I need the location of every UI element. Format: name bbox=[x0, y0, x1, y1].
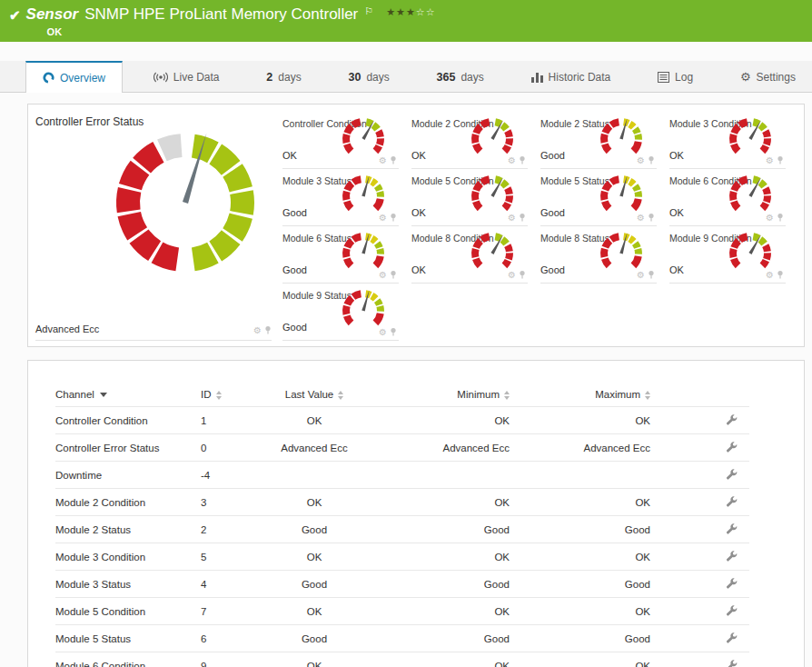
tab-label: Historic Data bbox=[549, 71, 611, 84]
channel-settings-icon[interactable] bbox=[726, 632, 738, 643]
main-gauge-cell: Controller Error Status Advanced Ecc ⚙ bbox=[35, 112, 282, 341]
channel-settings-icon[interactable] bbox=[726, 577, 738, 589]
empty-cell bbox=[669, 284, 786, 341]
pin-icon[interactable] bbox=[390, 155, 397, 164]
gear-icon[interactable]: ⚙ bbox=[508, 214, 516, 222]
star-filled-icon[interactable]: ★ bbox=[386, 6, 396, 17]
cell-minimum: Good bbox=[355, 625, 510, 652]
star-empty-icon[interactable]: ☆ bbox=[416, 6, 426, 17]
channel-settings-icon[interactable] bbox=[726, 413, 738, 425]
gear-icon[interactable]: ⚙ bbox=[379, 156, 387, 164]
row-actions bbox=[713, 571, 749, 598]
pin-icon[interactable] bbox=[519, 213, 526, 222]
pin-icon[interactable] bbox=[648, 213, 655, 222]
gear-icon[interactable]: ⚙ bbox=[637, 214, 645, 222]
channel-settings-icon[interactable] bbox=[726, 495, 738, 507]
gauge-cell-icons: ⚙ bbox=[637, 270, 655, 279]
row-spacer bbox=[650, 543, 713, 571]
tab-number: 2 bbox=[266, 71, 272, 84]
row-actions bbox=[713, 462, 749, 489]
column-header-id[interactable]: ID bbox=[201, 383, 273, 407]
tab-label: Settings bbox=[757, 71, 796, 84]
gear-icon[interactable]: ⚙ bbox=[253, 326, 262, 334]
pin-icon[interactable] bbox=[777, 213, 784, 222]
cell-minimum: OK bbox=[355, 489, 510, 516]
gear-icon[interactable]: ⚙ bbox=[379, 271, 387, 279]
pin-icon[interactable] bbox=[390, 327, 397, 336]
cell-last-value: OK bbox=[273, 598, 355, 625]
gear-icon[interactable]: ⚙ bbox=[508, 271, 516, 279]
tab-live-data[interactable]: Live Data bbox=[137, 61, 236, 92]
flag-icon[interactable]: ⚐ bbox=[364, 5, 373, 17]
row-spacer bbox=[650, 434, 713, 462]
tab-365-days[interactable]: 365days bbox=[421, 61, 500, 92]
gear-icon[interactable]: ⚙ bbox=[379, 328, 387, 336]
cell-maximum: Good bbox=[510, 625, 650, 652]
gear-icon[interactable]: ⚙ bbox=[766, 156, 774, 164]
gear-icon[interactable]: ⚙ bbox=[379, 214, 387, 222]
tab-2-days[interactable]: 2days bbox=[250, 61, 317, 92]
pin-icon[interactable] bbox=[519, 270, 526, 279]
channel-settings-icon[interactable] bbox=[726, 468, 738, 480]
gear-icon[interactable]: ⚙ bbox=[766, 271, 774, 279]
cell-id: 1 bbox=[201, 407, 273, 434]
gear-icon[interactable]: ⚙ bbox=[637, 156, 645, 164]
table-row: Module 5 Condition7OKOKOK bbox=[55, 598, 749, 625]
row-actions bbox=[713, 489, 749, 516]
tab-overview[interactable]: Overview bbox=[25, 61, 123, 93]
cell-maximum: OK bbox=[510, 407, 650, 434]
channel-settings-icon[interactable] bbox=[726, 441, 738, 453]
cell-minimum bbox=[355, 462, 510, 489]
gauge-cell-module-2-status: Module 2 StatusGood⚙ bbox=[540, 112, 657, 169]
column-label: Minimum bbox=[457, 389, 500, 400]
tab-label: Log bbox=[675, 71, 693, 84]
priority-stars[interactable]: ★★★☆☆ bbox=[386, 4, 435, 20]
star-filled-icon[interactable]: ★ bbox=[406, 6, 416, 17]
pin-icon[interactable] bbox=[390, 213, 397, 222]
cell-minimum: OK bbox=[355, 543, 510, 571]
gauge-cell-icons: ⚙ bbox=[508, 270, 526, 279]
gauge-needle bbox=[619, 175, 627, 197]
pin-icon[interactable] bbox=[777, 155, 784, 164]
row-actions bbox=[713, 407, 749, 434]
table-row: Controller Error Status0Advanced EccAdva… bbox=[55, 434, 749, 462]
star-filled-icon[interactable]: ★ bbox=[396, 6, 406, 17]
sort-desc-icon bbox=[100, 393, 107, 397]
channel-settings-icon[interactable] bbox=[726, 659, 738, 667]
row-actions bbox=[713, 543, 749, 571]
cell-maximum: Good bbox=[510, 516, 650, 543]
gauge-cell-icons: ⚙ bbox=[766, 270, 784, 279]
gear-icon[interactable]: ⚙ bbox=[508, 156, 516, 164]
column-header-minimum[interactable]: Minimum bbox=[355, 383, 510, 407]
gauge-cell-icons: ⚙ bbox=[508, 155, 526, 164]
pin-icon[interactable] bbox=[390, 270, 397, 279]
row-spacer bbox=[650, 571, 713, 598]
cell-maximum: OK bbox=[510, 543, 650, 571]
empty-cell bbox=[411, 284, 528, 341]
sensor-kind-label: Sensor bbox=[26, 4, 79, 25]
gauge-needle bbox=[619, 118, 627, 140]
gauge-cell-icons: ⚙ bbox=[637, 155, 655, 164]
channel-settings-icon[interactable] bbox=[726, 523, 738, 534]
column-header-last-value[interactable]: Last Value bbox=[273, 383, 355, 407]
tab-settings[interactable]: ⚙Settings bbox=[724, 61, 812, 92]
column-header-maximum[interactable]: Maximum bbox=[510, 383, 650, 407]
tab-log[interactable]: Log bbox=[641, 61, 709, 92]
gauge-cell-module-3-status: Module 3 StatusGood⚙ bbox=[282, 169, 399, 226]
pin-icon[interactable] bbox=[264, 325, 272, 334]
gear-icon[interactable]: ⚙ bbox=[637, 271, 645, 279]
cell-maximum: Advanced Ecc bbox=[510, 434, 650, 462]
tab-30-days[interactable]: 30days bbox=[332, 61, 405, 92]
gear-icon[interactable]: ⚙ bbox=[766, 214, 774, 222]
channel-settings-icon[interactable] bbox=[726, 604, 738, 616]
channel-settings-icon[interactable] bbox=[726, 550, 738, 562]
pin-icon[interactable] bbox=[519, 155, 526, 164]
pin-icon[interactable] bbox=[777, 270, 784, 279]
pin-icon[interactable] bbox=[648, 270, 655, 279]
main-gauge-title: Controller Error Status bbox=[35, 112, 282, 128]
table-row: Module 2 Status2GoodGoodGood bbox=[55, 516, 749, 543]
pin-icon[interactable] bbox=[648, 155, 655, 164]
tab-historic-data[interactable]: Historic Data bbox=[515, 61, 628, 92]
star-empty-icon[interactable]: ☆ bbox=[426, 6, 436, 17]
column-header-channel[interactable]: Channel bbox=[55, 383, 201, 407]
